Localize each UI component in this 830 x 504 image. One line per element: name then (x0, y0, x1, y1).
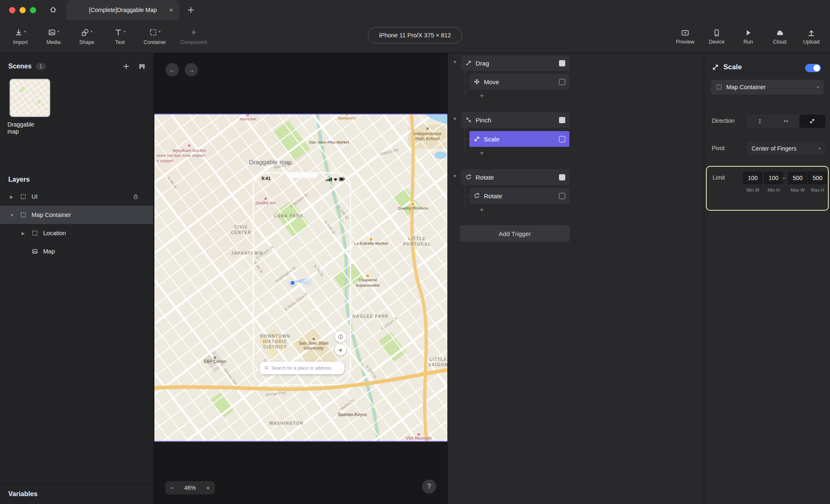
svg-text:Spartan-Keyes: Spartan-Keyes (338, 412, 367, 417)
move-icon (474, 78, 480, 85)
pivot-dropdown[interactable]: Center of Fingers ▾ (747, 142, 825, 155)
svg-text:San Jose Flea Market: San Jose Flea Market (309, 140, 349, 144)
min-width-input[interactable]: 100 (743, 172, 762, 184)
layer-row-map[interactable]: Map (0, 242, 153, 261)
upload-button[interactable]: Upload (802, 29, 821, 45)
undo-back-button[interactable]: ← (166, 63, 179, 76)
left-sidebar: Scenes 1 Draggable map Layers ▶ UI ▼ Map… (0, 53, 154, 504)
direction-both-button[interactable] (799, 114, 825, 128)
trigger-row-drag[interactable]: Drag (461, 55, 569, 71)
variables-section[interactable]: Variables (0, 483, 153, 504)
device-icon (713, 29, 721, 37)
add-response-button[interactable]: + (478, 149, 485, 157)
artboard-label[interactable]: Draggable map (249, 158, 292, 166)
redo-forward-button[interactable]: → (185, 63, 198, 76)
add-trigger-button[interactable]: Add Trigger (460, 225, 570, 242)
rotate-icon (474, 192, 480, 199)
maximize-window-button[interactable] (30, 7, 36, 13)
run-actions: Preview Device Run Cloud Upload (676, 20, 821, 53)
layer-row-map-container[interactable]: ▼ Map Container (0, 206, 153, 224)
svg-text:Independence: Independence (413, 131, 442, 136)
response-checkbox[interactable] (559, 79, 565, 85)
device-selector[interactable]: iPhone 11 Pro/X 375 × 812 (368, 27, 462, 44)
drag-icon (465, 60, 472, 66)
media-icon (48, 28, 56, 37)
response-row-scale-selected[interactable]: Scale (469, 131, 569, 147)
collapse-trigger-icon[interactable]: ▼ (453, 174, 457, 178)
document-tab[interactable]: [Complete]Draggable Map ✕ (66, 0, 179, 20)
phone-frame-overlay[interactable]: 9:41 Search for a place or address (253, 172, 351, 385)
new-tab-button[interactable] (187, 6, 195, 14)
response-row-rotate[interactable]: Rotate (469, 188, 569, 204)
direction-horizontal-button[interactable] (773, 114, 799, 128)
response-checkbox[interactable] (559, 193, 565, 199)
trigger-row-pinch[interactable]: Pinch (461, 112, 569, 128)
component-button[interactable]: Component (180, 28, 207, 45)
container-button[interactable]: ▾ Container (144, 28, 166, 45)
add-response-button[interactable]: + (478, 206, 485, 214)
info-icon (338, 334, 344, 340)
svg-text:ence Inn: ence Inn (157, 153, 173, 158)
home-icon[interactable] (49, 5, 57, 14)
close-window-button[interactable] (9, 7, 15, 13)
help-button[interactable]: ? (422, 480, 436, 494)
layer-list: ▶ UI ▼ Map Container ▶ Location Map (0, 187, 153, 261)
trigger-checkbox[interactable] (559, 117, 565, 123)
max-height-input[interactable]: 500 (808, 172, 827, 184)
scale-icon (474, 136, 480, 142)
import-button[interactable]: ▾ Import (11, 28, 30, 45)
lock-icon[interactable] (132, 193, 139, 200)
layers-title: Layers (8, 176, 30, 183)
chevron-down-icon: ▾ (57, 29, 59, 34)
range-dash: – (782, 174, 786, 181)
svg-text:Chaparral: Chaparral (359, 278, 377, 282)
trigger-checkbox[interactable] (559, 60, 565, 66)
media-button[interactable]: ▾ Media (44, 28, 63, 45)
preview-button[interactable]: Preview (676, 29, 695, 45)
response-title: Scale (723, 63, 742, 71)
properties-panel: Scale Map Container ▾ Direction Pivot Ce… (704, 53, 830, 504)
trigger-checkbox[interactable] (559, 174, 565, 180)
trigger-row-rotate[interactable]: Rotate (461, 169, 569, 185)
scene-list-view-icon[interactable] (138, 63, 146, 70)
run-icon (744, 29, 752, 37)
enable-toggle[interactable] (805, 64, 821, 72)
run-button[interactable]: Run (739, 29, 758, 45)
layer-row-location[interactable]: ▶ Location (0, 224, 153, 242)
direction-vertical-button[interactable] (747, 114, 773, 128)
expand-collapse-icon[interactable]: ▶ (10, 195, 15, 199)
collapse-trigger-icon[interactable]: ▼ (453, 60, 457, 64)
image-layer-icon (32, 248, 38, 255)
canvas[interactable]: ← → (154, 53, 447, 504)
text-button[interactable]: ▾ Text (110, 28, 129, 45)
min-height-label: Min H (764, 187, 783, 193)
zoom-out-button[interactable]: − (171, 485, 174, 491)
rotate-icon (465, 174, 472, 180)
response-checkbox[interactable] (559, 136, 565, 142)
svg-text:Alura Inn: Alura Inn (239, 117, 256, 121)
pivot-label: Pivot (712, 145, 725, 151)
collapse-trigger-icon[interactable]: ▼ (453, 117, 457, 121)
zoom-in-button[interactable]: + (206, 485, 210, 491)
map-container-artboard[interactable]: Alura InnDomino'sSan Jose Flea MarketInd… (154, 114, 447, 442)
scene-thumbnail[interactable] (10, 79, 50, 117)
response-row-move[interactable]: Move (469, 74, 569, 90)
add-scene-button[interactable] (122, 63, 130, 70)
expand-collapse-icon[interactable]: ▼ (10, 213, 15, 217)
container-icon (149, 28, 157, 37)
minimize-window-button[interactable] (20, 7, 26, 13)
close-tab-icon[interactable]: ✕ (169, 7, 173, 13)
target-layer-dropdown[interactable]: Map Container ▾ (711, 80, 824, 95)
cloud-button[interactable]: Cloud (770, 29, 789, 45)
layer-row-ui[interactable]: ▶ UI (0, 187, 153, 206)
min-height-input[interactable]: 100 (764, 172, 783, 184)
add-response-button[interactable]: + (478, 92, 485, 100)
svg-text:NAGLEE PARK: NAGLEE PARK (352, 314, 388, 319)
max-width-input[interactable]: 500 (788, 172, 807, 184)
shape-button[interactable]: ▾ Shape (77, 28, 96, 45)
expand-collapse-icon[interactable]: ▶ (22, 231, 27, 236)
import-icon (15, 28, 23, 37)
device-button[interactable]: Device (707, 29, 726, 45)
container-layer-icon (32, 230, 38, 236)
scenes-title: Scenes (8, 63, 32, 70)
